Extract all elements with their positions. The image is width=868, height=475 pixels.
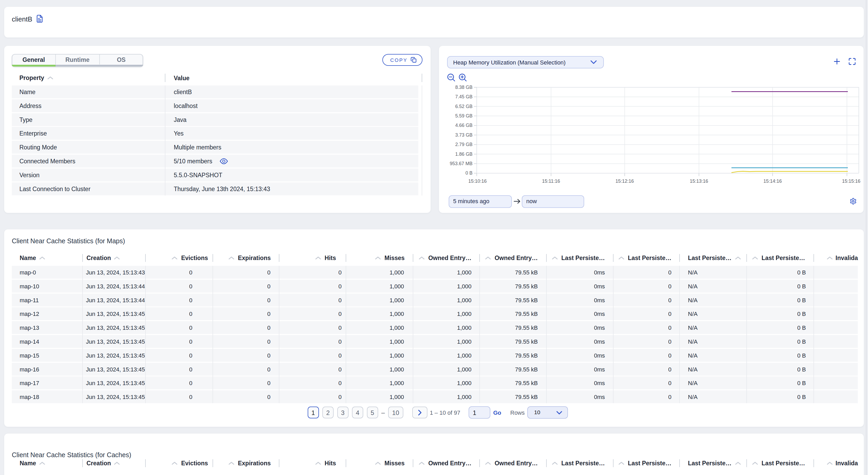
- svg-text:0 B: 0 B: [465, 170, 472, 176]
- svg-text:15:15:16: 15:15:16: [842, 179, 860, 184]
- svg-text:7.45 GB: 7.45 GB: [455, 94, 472, 99]
- svg-text:15:12:16: 15:12:16: [616, 179, 634, 184]
- svg-text:15:14:16: 15:14:16: [764, 179, 782, 184]
- svg-text:3.73 GB: 3.73 GB: [455, 132, 472, 138]
- svg-text:8.38 GB: 8.38 GB: [455, 85, 472, 90]
- svg-text:953.67 MB: 953.67 MB: [450, 161, 472, 166]
- svg-text:2.79 GB: 2.79 GB: [455, 142, 472, 147]
- svg-text:5.59 GB: 5.59 GB: [455, 113, 472, 118]
- svg-text:15:11:16: 15:11:16: [542, 179, 560, 184]
- svg-text:15:10:16: 15:10:16: [468, 179, 487, 184]
- svg-text:1.86 GB: 1.86 GB: [455, 151, 472, 157]
- svg-text:4.66 GB: 4.66 GB: [455, 123, 472, 128]
- svg-text:15:13:16: 15:13:16: [690, 179, 708, 184]
- svg-text:6.52 GB: 6.52 GB: [455, 104, 472, 109]
